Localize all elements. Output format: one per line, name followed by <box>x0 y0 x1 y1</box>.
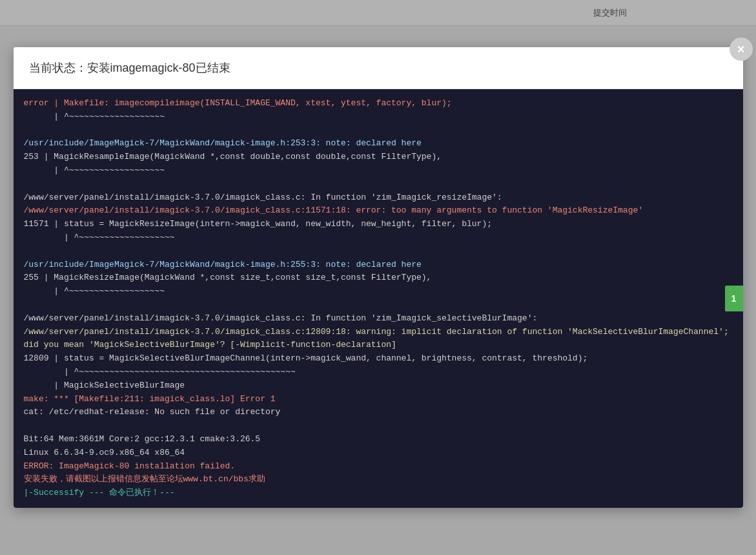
terminal-output: error | Makefile: imagecompileimage(INST… <box>24 97 733 500</box>
close-button[interactable]: × <box>730 37 753 61</box>
modal-title: 当前状态：安装imagemagick-80已结束 <box>29 60 230 76</box>
modal-overlay: × 当前状态：安装imagemagick-80已结束 error | Makef… <box>0 0 756 555</box>
page-button[interactable]: 1 <box>725 286 743 311</box>
modal-header: 当前状态：安装imagemagick-80已结束 <box>14 47 743 89</box>
modal-body[interactable]: error | Makefile: imagecompileimage(INST… <box>14 89 743 508</box>
modal-container: × 当前状态：安装imagemagick-80已结束 error | Makef… <box>14 47 743 508</box>
